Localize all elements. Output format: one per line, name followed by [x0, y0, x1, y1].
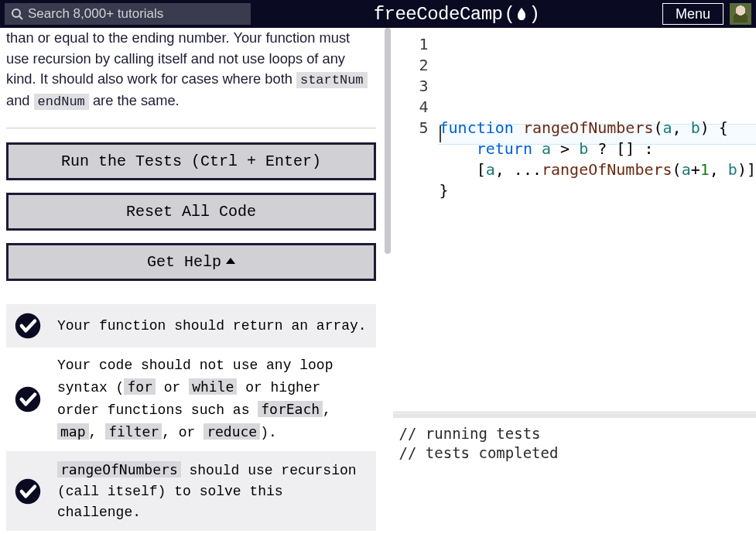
logo[interactable]: freeCodeCamp(): [257, 4, 656, 25]
vertical-resize-handle[interactable]: [382, 28, 393, 534]
code-token: endNum: [34, 94, 89, 110]
code-token: map: [57, 423, 89, 440]
line-gutter: 12345: [393, 34, 440, 412]
logo-text: freeCodeCamp: [374, 4, 503, 25]
search-icon: [11, 8, 23, 20]
fire-icon: (): [504, 4, 539, 25]
test-text: Your function should return an array.: [57, 316, 367, 337]
svg-line-1: [19, 16, 22, 19]
challenge-panel: than or equal to the ending number. Your…: [0, 28, 382, 534]
line-number: 5: [393, 118, 429, 139]
reset-code-button[interactable]: Reset All Code: [6, 193, 376, 231]
avatar[interactable]: [730, 3, 751, 25]
code-token: forEach: [258, 401, 323, 417]
code-token: filter: [105, 423, 162, 440]
divider: [6, 128, 376, 128]
code-token: for: [124, 378, 156, 395]
checkmark-icon: [14, 478, 42, 505]
code-line: [a, ...rangeOfNumbers(a+1, b)]: [440, 159, 756, 180]
code-line: [440, 201, 756, 222]
caret-up-icon: [226, 258, 235, 264]
test-row: Your function should return an array.: [6, 304, 376, 347]
horizontal-resize-handle[interactable]: [393, 412, 756, 418]
code-line: return a > b ? [] :: [440, 139, 756, 159]
checkmark-icon: [14, 385, 42, 413]
line-number: 3: [393, 76, 429, 97]
code-token: while: [189, 378, 237, 395]
console-line: // tests completed: [399, 443, 750, 463]
editor-panel: 12345 function rangeOfNumbers(a, b) { re…: [393, 28, 756, 534]
search-input[interactable]: [28, 6, 245, 22]
code-line: function rangeOfNumbers(a, b) {: [440, 118, 756, 139]
code-token: reduce: [204, 423, 260, 440]
svg-point-3: [15, 387, 40, 412]
test-row: Your code should not use any loop syntax…: [6, 347, 376, 451]
console-output: // running tests // tests completed: [393, 418, 756, 534]
instructions-text: than or equal to the ending number. Your…: [6, 28, 376, 126]
code-area[interactable]: function rangeOfNumbers(a, b) { return a…: [440, 34, 756, 412]
code-editor[interactable]: 12345 function rangeOfNumbers(a, b) { re…: [393, 28, 756, 412]
line-number: 1: [393, 34, 429, 55]
svg-point-2: [15, 313, 40, 338]
text-cursor: [440, 125, 441, 142]
svg-point-4: [15, 478, 40, 503]
run-tests-button[interactable]: Run the Tests (Ctrl + Enter): [6, 142, 376, 180]
line-number: 2: [393, 55, 429, 76]
get-help-button[interactable]: Get Help: [6, 243, 376, 281]
code-line: }: [440, 180, 756, 201]
code-token: startNum: [296, 72, 368, 88]
test-text: Your code should not use any loop syntax…: [57, 355, 368, 443]
tests-list: Your function should return an array.You…: [6, 304, 376, 534]
search-container[interactable]: [5, 3, 251, 25]
svg-point-0: [12, 9, 20, 17]
test-row: rangeOfNumbers(1, 5) should return [1, 2…: [6, 531, 376, 534]
code-token: rangeOfNumbers: [57, 461, 181, 478]
console-line: // running tests: [399, 424, 750, 443]
test-text: rangeOfNumbers should use recursion (cal…: [57, 459, 368, 523]
checkmark-icon: [14, 312, 42, 340]
top-nav: freeCodeCamp() Menu: [0, 0, 756, 28]
menu-button[interactable]: Menu: [662, 3, 724, 25]
line-number: 4: [393, 97, 429, 118]
test-row: rangeOfNumbers should use recursion (cal…: [6, 451, 376, 531]
